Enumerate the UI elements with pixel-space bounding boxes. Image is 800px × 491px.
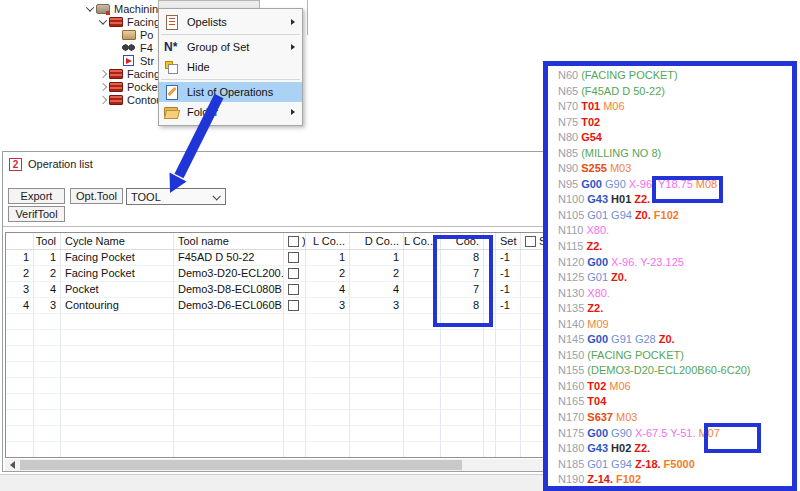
gcode-token: Z2. bbox=[587, 302, 603, 314]
horizontal-scrollbar[interactable] bbox=[5, 459, 553, 471]
table-cell bbox=[61, 410, 174, 425]
tree-item-label: Str bbox=[139, 55, 154, 67]
gcode-token: Z0. bbox=[659, 333, 675, 345]
chevron-down-icon bbox=[212, 192, 220, 200]
checkbox-icon[interactable] bbox=[288, 236, 299, 247]
chevron-collapsed-icon[interactable] bbox=[97, 94, 109, 106]
submenu-arrow-icon bbox=[291, 19, 295, 25]
checkbox-icon[interactable] bbox=[288, 284, 299, 295]
menu-item-group-of-set[interactable]: Group of Set bbox=[159, 37, 302, 57]
chevron-collapsed-icon[interactable] bbox=[97, 81, 109, 93]
gcode-token: Z-18. bbox=[635, 458, 661, 470]
column-header[interactable]: Tool bbox=[34, 233, 61, 249]
gcode-token: G90 bbox=[605, 178, 626, 190]
cell-text: Set bbox=[500, 234, 517, 249]
menu-item-list-of-operations[interactable]: List of Operations bbox=[159, 82, 302, 102]
table-cell bbox=[350, 442, 404, 457]
tool-dropdown-value: TOOL bbox=[131, 191, 161, 203]
gcode-token: G00 bbox=[581, 178, 602, 190]
table-cell bbox=[350, 330, 404, 345]
tool-dropdown[interactable]: TOOL bbox=[126, 188, 226, 205]
column-header[interactable]: )... bbox=[284, 233, 306, 249]
checkbox-icon[interactable] bbox=[288, 268, 299, 279]
gcode-token: X-96. Y-23.125 bbox=[611, 256, 684, 268]
table-cell: Demo3-D20-ECL200... bbox=[174, 266, 284, 281]
gcode-line-number: N130 bbox=[558, 287, 584, 299]
gcode-token: M06 bbox=[603, 100, 624, 112]
table-cell bbox=[350, 410, 404, 425]
table-cell bbox=[496, 330, 521, 345]
menu-item-hide[interactable]: Hide bbox=[159, 57, 302, 77]
gcode-line: N75T02 bbox=[558, 116, 792, 132]
gcode-line-number: N80 bbox=[558, 131, 578, 143]
menu-item-opelists[interactable]: Opelists bbox=[159, 12, 302, 32]
column-header[interactable]: L Co... bbox=[306, 233, 350, 249]
gcode-token: T02 bbox=[581, 116, 600, 128]
gcode-line: N185G01G94Z-18.F5000 bbox=[558, 458, 792, 474]
cell-text: Facing Pocket bbox=[65, 266, 135, 281]
toolbar-separator bbox=[3, 226, 555, 227]
gcode-line-number: N190 bbox=[558, 473, 584, 485]
gcode-token: G28 bbox=[635, 333, 656, 345]
gcode-line: N105G01G94Z0.F102 bbox=[558, 209, 792, 225]
table-cell bbox=[484, 410, 496, 425]
gcode-line: N165T04 bbox=[558, 395, 792, 411]
checkbox-icon[interactable] bbox=[288, 300, 299, 311]
table-cell bbox=[484, 330, 496, 345]
table-cell: 4 bbox=[350, 282, 404, 297]
table-cell bbox=[174, 410, 284, 425]
gcode-line: N70T01M06 bbox=[558, 100, 792, 116]
table-cell bbox=[284, 426, 306, 441]
gcode-token: G00 bbox=[587, 333, 608, 345]
table-cell bbox=[441, 378, 484, 393]
export-button[interactable]: Export bbox=[8, 188, 65, 204]
table-cell bbox=[174, 378, 284, 393]
gcode-token: G01 bbox=[587, 271, 608, 283]
column-header[interactable] bbox=[6, 233, 34, 249]
cell-text: 3 bbox=[23, 282, 29, 297]
menu-item-folder[interactable]: Folder bbox=[159, 102, 302, 122]
gcode-token: F102 bbox=[654, 209, 679, 221]
table-cell: Facing Pocket bbox=[61, 250, 174, 265]
table-cell bbox=[404, 426, 441, 441]
gcode-line: N140M09 bbox=[558, 318, 792, 334]
cell-text: 1 bbox=[393, 250, 399, 265]
cell-text: -1 bbox=[500, 298, 510, 313]
gcode-line-number: N90 bbox=[558, 162, 578, 174]
column-header[interactable]: Set bbox=[496, 233, 521, 249]
table-cell bbox=[441, 394, 484, 409]
column-header[interactable]: Cycle Name bbox=[61, 233, 174, 249]
table-cell bbox=[61, 330, 174, 345]
column-header[interactable]: Tool name bbox=[174, 233, 284, 249]
table-cell bbox=[284, 410, 306, 425]
table-cell: Facing Pocket bbox=[61, 266, 174, 281]
table-cell: 3 bbox=[34, 298, 61, 313]
gcode-token: S637 bbox=[587, 411, 613, 423]
tree-item-label: Facing bbox=[126, 68, 160, 80]
table-empty-row bbox=[6, 442, 552, 458]
verif-tool-button[interactable]: VerifTool bbox=[8, 206, 65, 222]
checkbox-icon[interactable] bbox=[525, 236, 536, 247]
hide-icon bbox=[163, 59, 179, 75]
table-cell bbox=[404, 410, 441, 425]
scrollbar-thumb[interactable] bbox=[20, 460, 462, 470]
machining-icon bbox=[96, 2, 110, 15]
gcode-token: (FACING POCKET) bbox=[581, 69, 678, 81]
gcode-line-number: N105 bbox=[558, 209, 584, 221]
checkbox-icon[interactable] bbox=[288, 252, 299, 263]
gcode-line: N155(DEMO3-D20-ECL200B60-6C20) bbox=[558, 364, 792, 380]
column-header[interactable]: D Co... bbox=[350, 233, 404, 249]
chevron-expanded-icon[interactable] bbox=[97, 16, 109, 28]
table-cell: 4 bbox=[34, 282, 61, 297]
opt-tool-button[interactable]: Opt.Tool bbox=[70, 188, 123, 204]
cell-text: 4 bbox=[50, 282, 56, 297]
gcode-line: N65(F45AD D 50-22) bbox=[558, 85, 792, 101]
gcode-line: N60(FACING POCKET) bbox=[558, 69, 792, 85]
tree-item-label: Pocket bbox=[126, 81, 161, 93]
chevron-expanded-icon[interactable] bbox=[84, 3, 96, 15]
table-cell: 4 bbox=[6, 298, 34, 313]
chevron-collapsed-icon[interactable] bbox=[97, 68, 109, 80]
scroll-left-icon[interactable] bbox=[10, 461, 15, 469]
table-cell: 2 bbox=[350, 266, 404, 281]
cell-text: 2 bbox=[50, 266, 56, 281]
